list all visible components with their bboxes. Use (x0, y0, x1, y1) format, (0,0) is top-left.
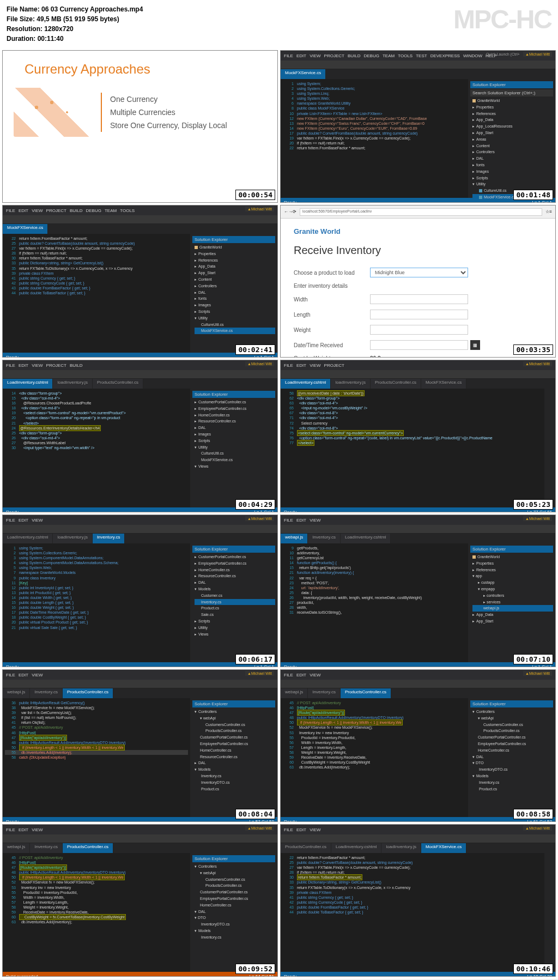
product-select[interactable]: Midnight Blue (370, 268, 468, 277)
thumb-7: FILEEDITVIEW▲Michael Witt LoadInventory.… (2, 515, 278, 667)
solution-explorer[interactable]: Solution Explorer Search Solution Explor… (468, 79, 555, 198)
thumb-3: FILEEDITVIEWPROJECTBUILDDEBUGTEAMTOOLS▲M… (2, 205, 278, 358)
vs-menubar[interactable]: FILEEDITVIEWPROJECTBUILDDEBUGTEAMTOOLSTE… (281, 51, 555, 61)
browser-toolbar[interactable]: ←→⟳localhost:50670/EmployeePortal/LoadIn… (281, 205, 555, 219)
code-editor[interactable]: 1using System; 2using System.Collections… (281, 79, 468, 198)
vs-tab[interactable]: MockFXService.cs (281, 69, 326, 79)
thumbnail-grid: Currency Approaches One Currency Multipl… (0, 48, 558, 979)
slide-title: Currency Approaches (14, 62, 266, 77)
length-input[interactable] (370, 310, 468, 319)
width-input[interactable] (370, 294, 468, 304)
thumb-4: ←→⟳localhost:50670/EmployeePortal/LoadIn… (280, 205, 556, 358)
thumb-5: FILEEDITVIEWPROJECTBUILD▲Michael Witt Lo… (2, 360, 278, 512)
slide-bullets: One Currency Multiple Currencies Store O… (101, 93, 227, 132)
file-info-header: File Name: 06 03 Currency Approaches.mp4… (0, 0, 558, 48)
world-map-icon (14, 88, 90, 137)
thumb-9: FILEEDITVIEW▲Michael Witt webapi.jsInven… (2, 669, 278, 822)
calendar-icon[interactable]: ▦ (470, 340, 480, 350)
weight-input[interactable] (370, 325, 468, 335)
thumb-8: FILEEDITVIEW▲Michael Witt webapi.jsInven… (280, 515, 556, 667)
brand-link[interactable]: Granite World (294, 227, 542, 235)
thumb-10: FILEEDITVIEW▲Michael Witt webapi.jsInven… (280, 669, 556, 822)
date-input[interactable] (370, 340, 468, 350)
thumb-2: FILEEDITVIEWPROJECTBUILDDEBUGTEAMTOOLSTE… (280, 50, 556, 203)
page-title: Receive Inventory (294, 244, 542, 257)
thumb-11: FILEEDITVIEW▲Michael Witt webapi.jsInven… (2, 824, 278, 977)
vs-toolbar[interactable] (281, 61, 555, 69)
user-badge[interactable]: ▲Michael Witt (523, 52, 552, 57)
thumb-1: Currency Approaches One Currency Multipl… (2, 50, 278, 203)
thumb-6: FILEEDITVIEWPROJECT▲Michael Witt LoadInv… (280, 360, 556, 512)
mpc-hc-logo: MPC-HC (453, 4, 551, 34)
timestamp: 00:00:54 (235, 190, 275, 200)
url-bar[interactable]: localhost:50670/EmployeePortal/LoadInv (300, 208, 542, 216)
thumb-12: FILEEDITVIEW▲Michael Witt ProductsContro… (280, 824, 556, 977)
